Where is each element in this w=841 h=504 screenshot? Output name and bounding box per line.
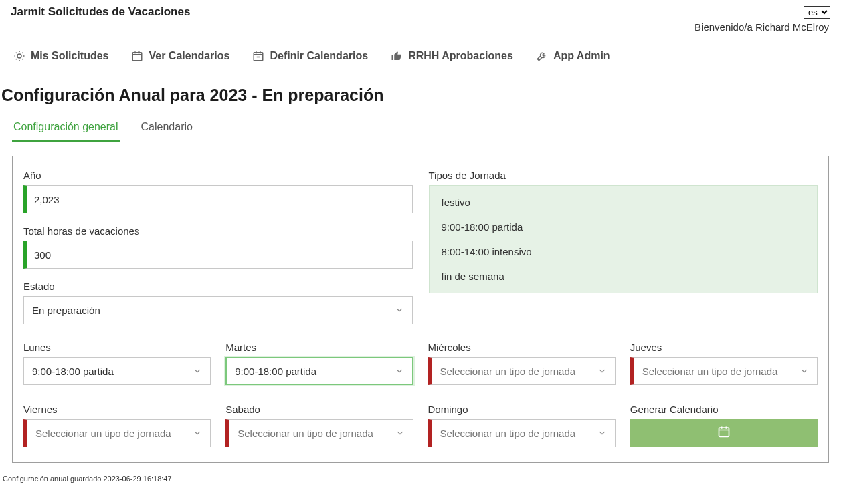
- calendar-edit-icon: [252, 50, 264, 62]
- sun-icon: [13, 50, 25, 62]
- miercoles-select[interactable]: Seleccionar un tipo de jornada: [428, 357, 616, 385]
- viernes-label: Viernes: [23, 404, 211, 415]
- lunes-label: Lunes: [23, 342, 211, 353]
- chevron-down-icon: [597, 366, 607, 376]
- language-select[interactable]: es: [804, 6, 830, 19]
- estado-select[interactable]: En preparación: [23, 296, 413, 324]
- list-item[interactable]: festivo: [430, 190, 818, 215]
- chevron-down-icon: [800, 366, 809, 376]
- lunes-select[interactable]: 9:00-18:00 partida: [23, 357, 211, 385]
- list-item[interactable]: fin de semana: [430, 264, 818, 289]
- status-footer: Configuración anual guardado 2023-06-29 …: [0, 468, 841, 487]
- tab-calendario[interactable]: Calendario: [140, 114, 194, 142]
- estado-label: Estado: [23, 281, 413, 292]
- nav-label: RRHH Aprobaciones: [408, 50, 513, 62]
- total-horas-input[interactable]: 300: [23, 241, 413, 269]
- martes-label: Martes: [225, 342, 413, 353]
- nav-mis-solicitudes[interactable]: Mis Solicitudes: [13, 50, 108, 62]
- calendar-icon: [131, 50, 143, 62]
- jueves-placeholder: Seleccionar un tipo de jornada: [642, 366, 778, 377]
- sabado-label: Sabado: [225, 404, 413, 415]
- generar-calendario-button[interactable]: [630, 419, 818, 447]
- domingo-label: Domingo: [428, 404, 616, 415]
- svg-rect-1: [133, 53, 143, 61]
- viernes-select[interactable]: Seleccionar un tipo de jornada: [23, 419, 211, 447]
- estado-value: En preparación: [32, 305, 100, 316]
- nav-rrhh-aprobaciones[interactable]: RRHH Aprobaciones: [391, 50, 513, 62]
- tab-configuracion-general[interactable]: Configuración general: [12, 114, 120, 142]
- domingo-placeholder: Seleccionar un tipo de jornada: [440, 428, 576, 439]
- miercoles-label: Miércoles: [428, 342, 616, 353]
- nav-label: Ver Calendarios: [149, 50, 229, 62]
- app-title: Jarmit Solicitudes de Vacaciones: [11, 5, 190, 19]
- chevron-down-icon: [395, 305, 404, 315]
- welcome-text: Bienvenido/a Richard McElroy: [0, 21, 841, 41]
- chevron-down-icon: [193, 428, 202, 438]
- calendar-icon: [717, 425, 731, 441]
- page-title: Configuración Anual para 2023 - En prepa…: [0, 72, 841, 114]
- wrench-icon: [536, 50, 548, 62]
- nav-ver-calendarios[interactable]: Ver Calendarios: [131, 50, 229, 62]
- list-item[interactable]: 8:00-14:00 intensivo: [430, 239, 818, 264]
- sabado-placeholder: Seleccionar un tipo de jornada: [238, 428, 373, 439]
- nav-label: App Admin: [553, 50, 610, 62]
- nav-definir-calendarios[interactable]: Definir Calendarios: [252, 50, 368, 62]
- martes-value: 9:00-18:00 partida: [235, 366, 316, 377]
- chevron-down-icon: [597, 428, 607, 438]
- sabado-select[interactable]: Seleccionar un tipo de jornada: [225, 419, 413, 447]
- config-panel: Año 2,023 Total horas de vacaciones 300 …: [12, 156, 829, 463]
- ano-input[interactable]: 2,023: [23, 185, 413, 213]
- list-item[interactable]: 9:00-18:00 partida: [430, 215, 818, 239]
- miercoles-placeholder: Seleccionar un tipo de jornada: [440, 366, 576, 377]
- ano-label: Año: [23, 170, 413, 181]
- svg-rect-3: [719, 428, 729, 436]
- chevron-down-icon: [395, 366, 404, 376]
- jueves-label: Jueves: [630, 342, 818, 353]
- domingo-select[interactable]: Seleccionar un tipo de jornada: [428, 419, 616, 447]
- tipos-jornada-label: Tipos de Jornada: [429, 170, 818, 181]
- total-horas-label: Total horas de vacaciones: [23, 225, 413, 237]
- nav-label: Mis Solicitudes: [31, 50, 108, 62]
- tab-bar: Configuración general Calendario: [0, 114, 841, 142]
- martes-select[interactable]: 9:00-18:00 partida: [225, 357, 413, 385]
- svg-point-0: [17, 54, 21, 58]
- viernes-placeholder: Seleccionar un tipo de jornada: [35, 428, 171, 439]
- jueves-select[interactable]: Seleccionar un tipo de jornada: [630, 357, 818, 385]
- lunes-value: 9:00-18:00 partida: [32, 366, 114, 377]
- nav-app-admin[interactable]: App Admin: [536, 50, 610, 62]
- generar-label: Generar Calendario: [630, 404, 818, 415]
- tipos-jornada-list: festivo 9:00-18:00 partida 8:00-14:00 in…: [429, 185, 818, 293]
- chevron-down-icon: [193, 366, 202, 376]
- chevron-down-icon: [395, 428, 405, 438]
- nav-label: Definir Calendarios: [270, 50, 368, 62]
- thumbs-up-icon: [391, 50, 403, 62]
- main-nav: Mis Solicitudes Ver Calendarios Definir …: [0, 41, 841, 72]
